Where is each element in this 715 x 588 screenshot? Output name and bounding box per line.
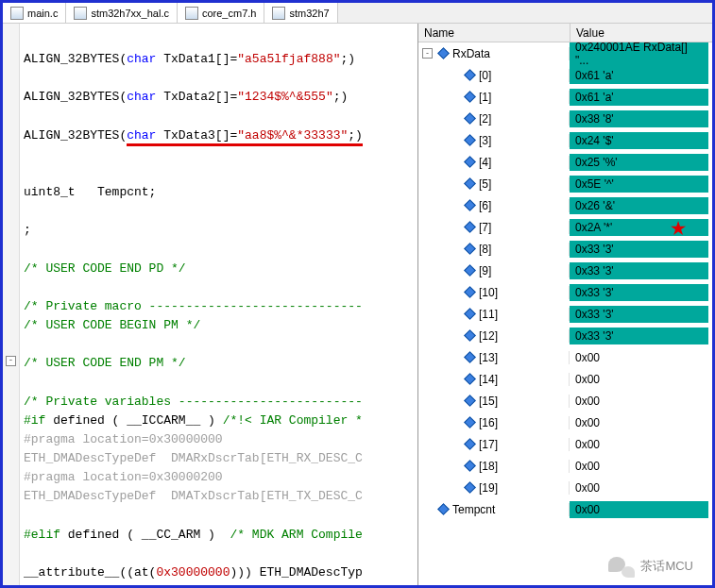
- scalar-icon: [464, 69, 476, 81]
- highlight-marker-icon: ★: [671, 218, 686, 239]
- variable-index: [0]: [479, 69, 491, 82]
- tab-label: main.c: [27, 8, 58, 19]
- tab-main-c[interactable]: main.c: [3, 3, 66, 23]
- variable-index: [3]: [479, 134, 491, 147]
- variable-row[interactable]: [5]0x5E '^': [418, 173, 712, 194]
- variable-row[interactable]: [9]0x33 '3': [418, 260, 712, 281]
- variable-row[interactable]: [17]0x00: [418, 433, 712, 455]
- variable-value[interactable]: 0x61 'a': [570, 89, 708, 106]
- scalar-icon: [464, 438, 476, 450]
- scalar-icon: [464, 199, 476, 211]
- tab-label: stm32h7: [289, 8, 329, 19]
- scalar-icon: [464, 134, 476, 146]
- variable-index: [17]: [479, 438, 498, 451]
- variable-index: [1]: [479, 91, 491, 104]
- variable-value[interactable]: 0x240001AE RxData[] "...: [570, 42, 708, 69]
- variable-name: RxData: [452, 47, 490, 60]
- tab-hal-c[interactable]: stm32h7xx_hal.c: [66, 3, 178, 23]
- variable-index: [19]: [479, 481, 498, 495]
- tab-stm32h7[interactable]: stm32h7: [264, 3, 337, 23]
- variable-index: [4]: [479, 156, 491, 169]
- variable-row[interactable]: [6]0x26 '&': [418, 194, 712, 216]
- scalar-icon: [464, 481, 476, 494]
- variable-row[interactable]: [10]0x33 '3': [418, 281, 712, 303]
- file-icon: [74, 7, 87, 20]
- tab-core-cm7-h[interactable]: core_cm7.h: [178, 3, 264, 23]
- variable-row[interactable]: [1]0x61 'a': [418, 86, 712, 108]
- scalar-icon: [464, 221, 476, 233]
- watermark-text: 茶话MCU: [640, 558, 693, 575]
- variable-index: [16]: [479, 416, 498, 429]
- variable-row[interactable]: [19]0x00: [418, 477, 712, 498]
- fold-toggle-icon[interactable]: -: [6, 356, 16, 366]
- variable-index: [5]: [479, 177, 491, 191]
- scalar-icon: [464, 460, 476, 472]
- scalar-icon: [464, 416, 476, 428]
- scalar-icon: [464, 329, 476, 342]
- column-value-header[interactable]: Value: [570, 24, 712, 42]
- variable-value[interactable]: 0x38 '8': [570, 110, 708, 127]
- scalar-icon: [464, 112, 476, 125]
- variable-value[interactable]: 0x00: [570, 349, 708, 366]
- variable-row[interactable]: [13]0x00: [418, 346, 712, 368]
- variable-value[interactable]: 0x00: [570, 479, 708, 496]
- variable-tempcnt-row[interactable]: Tempcnt0x00: [418, 498, 712, 520]
- variable-row[interactable]: [8]0x33 '3': [418, 238, 712, 260]
- code-editor[interactable]: - ALIGN_32BYTES(char TxData1[]="a5a5lfja…: [3, 24, 418, 585]
- file-icon: [185, 7, 198, 20]
- variable-value[interactable]: 0x24 '$': [570, 132, 708, 149]
- scalar-icon: [464, 243, 476, 255]
- variable-row[interactable]: [7]0x2A '*': [418, 216, 712, 238]
- variable-row[interactable]: [0]0x61 'a': [418, 64, 712, 86]
- variable-index: [10]: [479, 286, 498, 299]
- scalar-icon: [464, 373, 476, 385]
- variable-value[interactable]: 0x00: [570, 371, 708, 388]
- column-name-header[interactable]: Name: [418, 24, 570, 42]
- variable-value[interactable]: 0x00: [570, 393, 708, 410]
- variables-panel: Name Value - RxData 0x240001AE RxData[] …: [418, 24, 712, 585]
- variable-name: Tempcnt: [452, 503, 495, 516]
- variable-index: [7]: [479, 221, 491, 234]
- watermark: 茶话MCU: [608, 555, 693, 578]
- variable-row[interactable]: [12]0x33 '3': [418, 325, 712, 346]
- variable-index: [15]: [479, 395, 498, 408]
- variable-index: [9]: [479, 264, 491, 277]
- variable-value[interactable]: 0x00: [570, 436, 708, 453]
- variable-index: [13]: [479, 351, 498, 364]
- scalar-icon: [464, 308, 476, 320]
- variable-root-row[interactable]: - RxData 0x240001AE RxData[] "...: [418, 42, 712, 64]
- variable-index: [8]: [479, 243, 491, 256]
- variable-row[interactable]: [18]0x00: [418, 455, 712, 477]
- variable-value[interactable]: 0x33 '3': [570, 328, 708, 344]
- file-icon: [272, 7, 285, 20]
- scalar-icon: [464, 286, 476, 298]
- collapse-icon[interactable]: -: [422, 48, 433, 59]
- variable-value[interactable]: 0x33 '3': [570, 306, 708, 323]
- variable-row[interactable]: [15]0x00: [418, 390, 712, 412]
- scalar-icon: [464, 351, 476, 363]
- variable-value[interactable]: 0x33 '3': [570, 284, 708, 301]
- scalar-icon: [437, 503, 450, 515]
- variable-value[interactable]: 0x00: [570, 414, 708, 431]
- tab-label: stm32h7xx_hal.c: [91, 8, 169, 19]
- variable-row[interactable]: [4]0x25 '%': [418, 151, 712, 173]
- variable-row[interactable]: [2]0x38 '8': [418, 108, 712, 129]
- editor-tabs: main.c stm32h7xx_hal.c core_cm7.h stm32h…: [3, 3, 712, 24]
- variable-value[interactable]: 0x26 '&': [570, 197, 708, 214]
- variable-index: [18]: [479, 460, 498, 473]
- variable-value[interactable]: 0x33 '3': [570, 241, 708, 258]
- variable-value[interactable]: 0x2A '*': [570, 219, 708, 236]
- variable-row[interactable]: [11]0x33 '3': [418, 303, 712, 325]
- variable-value[interactable]: 0x25 '%': [570, 154, 708, 171]
- variable-value[interactable]: 0x61 'a': [570, 67, 708, 84]
- variable-row[interactable]: [16]0x00: [418, 412, 712, 433]
- variable-value[interactable]: 0x00: [570, 501, 708, 518]
- variable-row[interactable]: [3]0x24 '$': [418, 129, 712, 151]
- variable-index: [6]: [479, 199, 491, 212]
- scalar-icon: [464, 395, 476, 407]
- variable-value[interactable]: 0x33 '3': [570, 262, 708, 279]
- variable-index: [14]: [479, 373, 498, 386]
- variable-row[interactable]: [14]0x00: [418, 368, 712, 390]
- variable-value[interactable]: 0x00: [570, 458, 708, 475]
- variable-value[interactable]: 0x5E '^': [570, 176, 708, 193]
